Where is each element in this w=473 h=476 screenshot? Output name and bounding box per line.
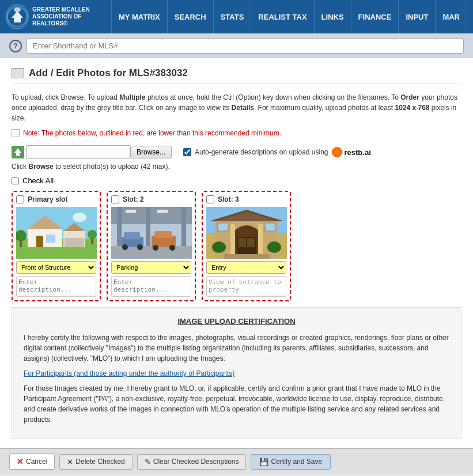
cancel-x-icon: ✕ bbox=[17, 457, 24, 466]
slot-3-checkbox[interactable] bbox=[206, 195, 214, 203]
cert-title: IMAGE UPLOAD CERTIFICATION bbox=[24, 317, 449, 326]
slots-container: Primary slot bbox=[12, 191, 461, 301]
slot-2-image[interactable] bbox=[111, 207, 192, 259]
autogen-checkbox[interactable] bbox=[183, 148, 191, 156]
file-input bbox=[27, 145, 130, 159]
svg-rect-44 bbox=[258, 224, 263, 259]
svg-point-15 bbox=[88, 230, 97, 239]
title-icon bbox=[12, 68, 24, 78]
nav-item-finance[interactable]: FINANCE bbox=[351, 0, 399, 33]
svg-point-30 bbox=[153, 245, 158, 251]
svg-point-1 bbox=[14, 7, 21, 12]
upload-note: Click Browse to select photo(s) to uploa… bbox=[12, 163, 461, 171]
search-bar: ? bbox=[0, 33, 473, 58]
nav-item-mar[interactable]: MAR bbox=[436, 0, 467, 33]
nav-item-my-matrix[interactable]: MY MATRIX bbox=[111, 0, 168, 33]
nav-item-search[interactable]: SEARCH bbox=[168, 0, 214, 33]
svg-rect-25 bbox=[124, 232, 140, 239]
svg-point-31 bbox=[169, 245, 175, 251]
slot-1-header: Primary slot bbox=[16, 195, 96, 203]
slot-3-image[interactable] bbox=[206, 207, 287, 259]
certify-icon: 💾 bbox=[259, 458, 268, 466]
upload-row: Browse... Auto-generate descriptions on … bbox=[12, 145, 461, 159]
slot-1-image[interactable] bbox=[16, 207, 97, 259]
cancel-button[interactable]: ✕ Cancel bbox=[9, 454, 55, 470]
autogen-label: Auto-generate descriptions on upload usi… bbox=[195, 148, 328, 156]
svg-rect-45 bbox=[224, 254, 270, 259]
check-all-label: Check All bbox=[22, 176, 54, 185]
svg-rect-16 bbox=[91, 239, 93, 244]
nav-item-realist-tax[interactable]: REALIST TAX bbox=[251, 0, 314, 33]
logo-icon bbox=[6, 4, 29, 29]
svg-point-49 bbox=[267, 241, 281, 253]
svg-point-26 bbox=[122, 244, 128, 250]
certification-section: IMAGE UPLOAD CERTIFICATION I hereby cert… bbox=[12, 307, 461, 439]
main-content: Add / Edit Photos for MLS#383032 To uplo… bbox=[0, 58, 473, 448]
check-all-checkbox[interactable] bbox=[12, 177, 19, 184]
svg-rect-6 bbox=[28, 229, 62, 247]
svg-point-17 bbox=[73, 213, 86, 222]
restb-logo: restb.ai bbox=[332, 147, 371, 157]
restb-text: restb.ai bbox=[345, 148, 371, 157]
logo[interactable]: GREATER McALLEN ASSOCIATION OF REALTORS® bbox=[6, 4, 102, 29]
help-icon[interactable]: ? bbox=[9, 40, 22, 52]
slot-3-label: Slot: 3 bbox=[218, 195, 239, 203]
svg-rect-29 bbox=[154, 231, 172, 238]
nav-item-stats[interactable]: STATS bbox=[214, 0, 252, 33]
svg-point-48 bbox=[212, 241, 226, 253]
slot-3-category-select[interactable]: Entry Front of Structure Back of Structu… bbox=[206, 261, 286, 274]
browse-button[interactable]: Browse... bbox=[130, 146, 172, 158]
clear-icon: ✎ bbox=[145, 458, 151, 466]
search-input[interactable] bbox=[27, 38, 464, 54]
slot-2-category-select[interactable]: Parking Front of Structure Back of Struc… bbox=[111, 261, 191, 274]
note-checkbox bbox=[12, 129, 20, 137]
instructions: To upload, click Browse. To upload Multi… bbox=[12, 92, 461, 123]
svg-rect-12 bbox=[65, 238, 84, 247]
certify-label: Certify and Save bbox=[271, 458, 322, 466]
svg-rect-14 bbox=[20, 240, 22, 247]
nav-item-links[interactable]: LINKS bbox=[315, 0, 351, 33]
bottom-bar: ✕ Cancel ✕ Delete Checked ✎ Clear Checke… bbox=[0, 448, 473, 474]
delete-icon: ✕ bbox=[67, 458, 73, 466]
slot-2-header: Slot: 2 bbox=[111, 195, 191, 203]
clear-descriptions-button[interactable]: ✎ Clear Checked Descriptions bbox=[137, 454, 247, 470]
slot-1-category-select[interactable]: Front of Structure Back of Structure Kit… bbox=[16, 261, 96, 274]
nav-items: MY MATRIX SEARCH STATS REALIST TAX LINKS… bbox=[111, 0, 467, 33]
svg-rect-42 bbox=[247, 238, 255, 247]
slot-1-checkbox[interactable] bbox=[16, 195, 24, 203]
cert-link[interactable]: For Participants (and those acting under… bbox=[24, 369, 234, 377]
slot-3-description[interactable]: View of entrance to property bbox=[206, 276, 286, 297]
nav-bar: GREATER McALLEN ASSOCIATION OF REALTORS®… bbox=[0, 0, 473, 33]
logo-text: GREATER McALLEN ASSOCIATION OF REALTORS® bbox=[32, 6, 102, 27]
svg-rect-47 bbox=[265, 223, 275, 231]
page-title-text: Add / Edit Photos for MLS#383032 bbox=[29, 67, 188, 79]
slot-2: Slot: 2 bbox=[107, 191, 196, 301]
nav-item-input[interactable]: INPUT bbox=[399, 0, 436, 33]
slot-1: Primary slot bbox=[12, 191, 101, 301]
cert-para2: For those Images created by me, I hereby… bbox=[24, 383, 449, 425]
page-title: Add / Edit Photos for MLS#383032 bbox=[12, 67, 461, 84]
svg-rect-43 bbox=[230, 224, 235, 259]
slot-2-checkbox[interactable] bbox=[111, 195, 119, 203]
autogen-row: Auto-generate descriptions on upload usi… bbox=[183, 147, 371, 157]
svg-rect-19 bbox=[111, 207, 192, 224]
slot-2-label: Slot: 2 bbox=[123, 195, 144, 203]
cert-para1: I hereby certify the following with resp… bbox=[24, 333, 449, 364]
svg-point-27 bbox=[137, 244, 143, 250]
clear-label: Clear Checked Descriptions bbox=[153, 458, 239, 466]
slot-3: Slot: 3 bbox=[202, 191, 291, 301]
delete-checked-button[interactable]: ✕ Delete Checked bbox=[59, 454, 132, 470]
restb-dot bbox=[332, 147, 342, 157]
upload-icon bbox=[12, 146, 24, 158]
slot-1-description[interactable] bbox=[16, 276, 96, 297]
svg-rect-32 bbox=[126, 210, 136, 213]
check-all-row: Check All bbox=[12, 176, 461, 185]
certify-save-button[interactable]: 💾 Certify and Save bbox=[251, 454, 331, 470]
slot-2-description[interactable] bbox=[111, 276, 191, 297]
svg-rect-8 bbox=[36, 236, 43, 247]
svg-rect-46 bbox=[218, 223, 228, 231]
cancel-label: Cancel bbox=[26, 458, 47, 466]
svg-rect-41 bbox=[239, 238, 246, 247]
note-text: Note: The photos below, outlined in red,… bbox=[12, 129, 461, 137]
svg-rect-33 bbox=[157, 210, 168, 213]
